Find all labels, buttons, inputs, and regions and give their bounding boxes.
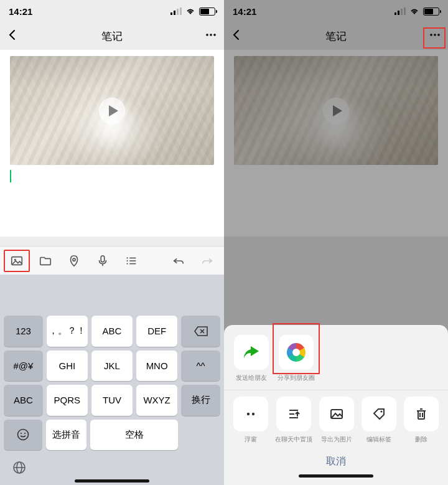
insert-file-button[interactable] [32,250,58,272]
play-icon[interactable] [99,98,125,124]
key-space[interactable]: 空格 [90,420,178,451]
share-send-friend[interactable]: 发送给朋友 [233,335,270,382]
key-pqrs[interactable]: PQRS [47,385,88,416]
svg-point-33 [247,413,250,415]
cancel-button[interactable]: 取消 [224,449,448,471]
action-export-image[interactable]: 导出为图片 [319,397,355,444]
key-abc2[interactable]: ABC [91,316,133,347]
sheet-divider [224,390,448,390]
back-icon[interactable] [6,29,19,44]
home-indicator [299,474,373,478]
status-bar: 14:21 [0,0,224,22]
key-123[interactable]: 123 [4,316,43,347]
key-def[interactable]: DEF [136,316,177,347]
svg-rect-2 [177,9,179,15]
share-sheet: 发送给朋友 分享到朋友圈 浮窗 在聊天中置顶 导出为图片 编 [224,325,448,485]
svg-rect-40 [418,411,424,419]
redo-button[interactable] [194,250,220,272]
key-emoji[interactable] [4,420,42,451]
svg-point-9 [73,258,75,261]
screen-share-sheet: 14:21 笔记 发送给朋 [224,0,448,485]
action-delete[interactable]: 删除 [403,397,439,444]
svg-rect-3 [180,7,182,15]
screen-notes-editor: 14:21 笔记 [0,0,224,485]
share-row-top: 发送给朋友 分享到朋友圈 [224,335,448,387]
svg-point-12 [126,257,128,258]
key-return[interactable]: 换行 [181,385,220,416]
svg-point-39 [380,410,382,412]
editor-toolbar [0,246,224,275]
key-alpha[interactable]: ABC [4,385,43,416]
nav-title: 笔记 [0,29,224,44]
key-symbols[interactable]: #@¥ [4,351,43,382]
key-tuv[interactable]: TUV [91,385,133,416]
home-indicator [75,479,149,483]
undo-button[interactable] [166,250,192,272]
signal-icon [170,6,182,17]
globe-icon[interactable] [10,458,29,477]
insert-location-button[interactable] [61,250,87,272]
note-content-area[interactable] [0,50,224,237]
svg-point-13 [126,260,128,261]
list-button[interactable] [118,250,144,272]
svg-point-34 [252,413,254,415]
key-select-pinyin[interactable]: 选拼音 [46,420,86,451]
svg-rect-10 [101,255,105,261]
voice-input-button[interactable] [90,250,116,272]
wifi-icon [185,6,195,17]
svg-point-14 [126,263,128,264]
key-caret[interactable]: ^^ [181,351,220,382]
svg-point-21 [21,433,22,434]
keyboard-suggestion-bar [0,275,224,312]
nav-bar: 笔记 [0,22,224,50]
keyboard: 123 ，。？！ ABC DEF #@¥ GHI JKL MNO ^^ ABC … [0,312,224,485]
key-jkl[interactable]: JKL [91,351,133,382]
key-ghi[interactable]: GHI [47,351,88,382]
svg-point-6 [213,34,216,36]
key-backspace[interactable] [181,316,220,347]
svg-point-5 [210,34,212,36]
battery-icon [199,7,215,16]
svg-point-20 [18,430,29,440]
share-row-bottom: 浮窗 在聊天中置顶 导出为图片 编辑标签 删除 [224,397,448,449]
status-icons [170,6,215,17]
action-pin[interactable]: 在聊天中置顶 [275,397,312,444]
note-video-thumbnail[interactable] [10,56,214,165]
share-moments[interactable]: 分享到朋友圈 [278,335,315,382]
action-edit-tags[interactable]: 编辑标签 [361,397,397,444]
svg-rect-0 [170,12,172,15]
key-wxyz[interactable]: WXYZ [136,385,177,416]
text-cursor [10,170,11,182]
moments-icon [287,343,306,362]
svg-point-4 [206,34,208,36]
action-float[interactable]: 浮窗 [233,397,269,444]
more-icon[interactable] [204,28,218,44]
svg-rect-1 [174,11,175,15]
svg-point-22 [24,433,26,434]
insert-image-button[interactable] [4,250,30,272]
key-mno[interactable]: MNO [136,351,177,382]
status-time: 14:21 [9,6,32,17]
key-punct[interactable]: ，。？！ [47,316,88,347]
